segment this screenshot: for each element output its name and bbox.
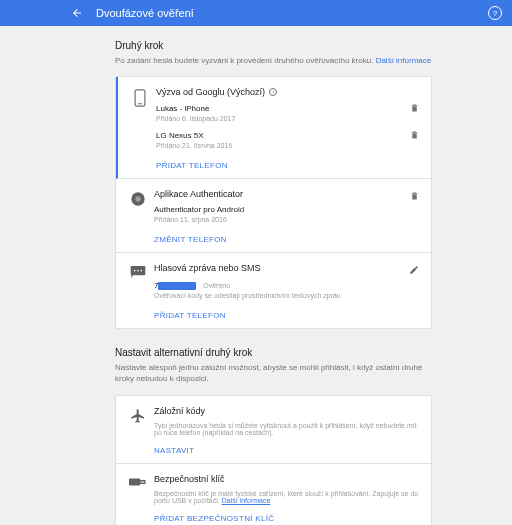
step-security-key: Bezpečnostní klíč Bezpečnostní klíč je m… [116, 464, 431, 525]
device-row: Authenticator pro Android [154, 205, 419, 214]
add-phone-button[interactable]: PŘIDAT TELEFON [154, 311, 226, 320]
device-added: Přidáno 11. srpna 2016 [154, 216, 419, 223]
step-backup-codes: Záložní kódy Tyto jednorázová hesla si m… [116, 396, 431, 464]
step-title: Bezpečnostní klíč [154, 474, 419, 484]
svg-point-7 [141, 270, 143, 272]
device-added: Přidáno 21. června 2016 [156, 142, 419, 149]
section-title-second-step: Druhý krok [115, 40, 432, 51]
svg-point-6 [137, 270, 139, 272]
trash-icon[interactable] [409, 103, 419, 113]
phone-number-row: 7 Ověřeno [154, 279, 419, 290]
second-step-card: Výzva od Googlu (Výchozí) i Lukas - iPho… [115, 76, 432, 329]
plane-icon [128, 406, 148, 455]
step-sms: Hlasová zpráva nebo SMS 7 Ověřeno Ověřov… [116, 253, 431, 328]
device-added: Přidáno 6. listopadu 2017 [156, 115, 419, 122]
trash-icon[interactable] [409, 191, 419, 201]
step-google-prompt: Výzva od Googlu (Výchozí) i Lukas - iPho… [116, 77, 431, 179]
help-icon[interactable]: ? [488, 6, 502, 20]
setup-button[interactable]: NASTAVIT [154, 446, 194, 455]
app-header: Dvoufázové ověření ? [0, 0, 512, 26]
step-title: Aplikace Authenticator [154, 189, 419, 199]
alt-step-card: Záložní kódy Tyto jednorázová hesla si m… [115, 395, 432, 525]
key-desc: Bezpečnostní klíč je malé fyzické zaříze… [154, 490, 419, 504]
add-key-button[interactable]: PŘIDAT BEZPEČNOSTNÍ KLÍČ [154, 514, 274, 523]
section-title-alt: Nastavit alternativní druhý krok [115, 347, 432, 358]
sms-desc: Ověřovací kódy se odesílají prostřednict… [154, 292, 419, 299]
svg-rect-10 [141, 481, 142, 483]
device-row: LG Nexus 5X [156, 130, 419, 140]
svg-rect-11 [142, 481, 143, 483]
trash-icon[interactable] [409, 130, 419, 140]
key-icon [128, 474, 148, 523]
info-icon[interactable]: i [269, 88, 277, 96]
verified-badge: Ověřeno [203, 282, 230, 289]
svg-point-3 [135, 197, 140, 202]
sms-icon [128, 263, 148, 320]
svg-point-5 [134, 270, 136, 272]
step-title: Hlasová zpráva nebo SMS [154, 263, 419, 273]
backup-desc: Tyto jednorázová hesla si můžete vytiskn… [154, 422, 419, 436]
pencil-icon[interactable] [409, 265, 419, 275]
step-authenticator: Aplikace Authenticator Authenticator pro… [116, 179, 431, 253]
page-title: Dvoufázové ověření [96, 7, 194, 19]
step-title: Záložní kódy [154, 406, 419, 416]
svg-rect-12 [144, 481, 145, 483]
back-arrow-icon[interactable] [70, 6, 84, 20]
step-title: Výzva od Googlu (Výchozí) i [156, 87, 419, 97]
add-phone-button[interactable]: PŘIDAT TELEFON [156, 161, 228, 170]
device-row: Lukas - iPhone [156, 103, 419, 113]
more-info-link[interactable]: Další informace [376, 56, 432, 65]
section-desc-alt: Nastavte alespoň jednu záložní možnost, … [115, 362, 432, 384]
masked-number [158, 282, 196, 290]
svg-rect-8 [129, 478, 140, 485]
change-phone-button[interactable]: ZMĚNIT TELEFON [154, 235, 227, 244]
authenticator-icon [128, 189, 148, 244]
phone-icon [130, 87, 150, 170]
more-info-link[interactable]: Další informace [222, 497, 271, 504]
section-desc: Po zadání hesla budete vyzváni k provede… [115, 55, 432, 66]
